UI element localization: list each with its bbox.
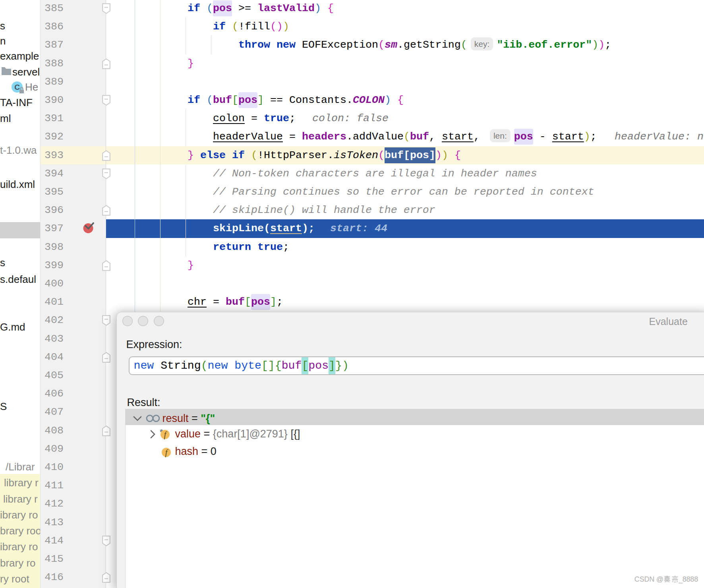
svg-text:C: C (14, 83, 20, 91)
